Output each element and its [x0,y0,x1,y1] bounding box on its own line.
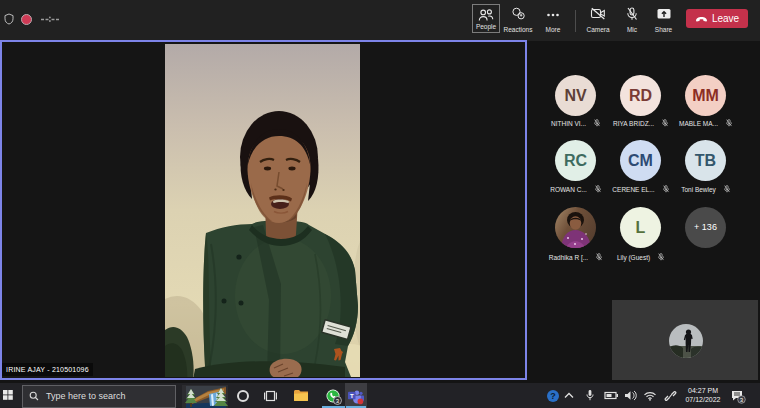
svg-text:T: T [350,392,354,399]
